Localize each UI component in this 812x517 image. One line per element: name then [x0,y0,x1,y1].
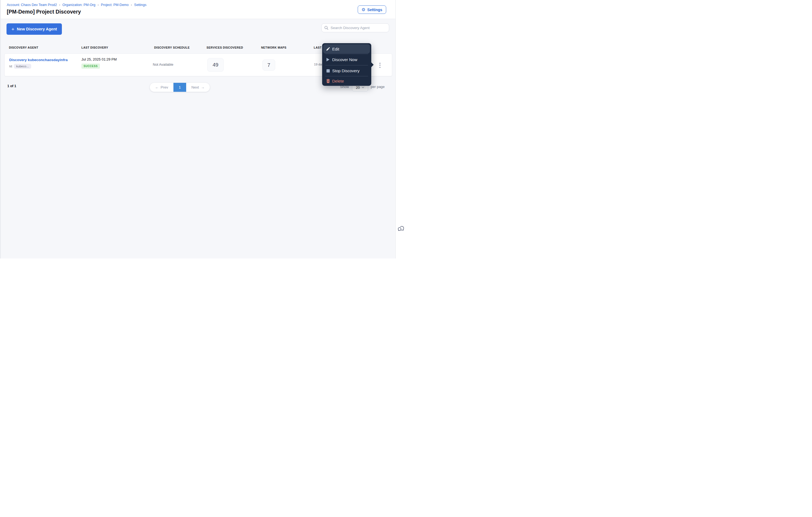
trash-icon [326,79,330,83]
agent-name-link[interactable]: Discovery kubeconchaosdayinfra [9,58,67,62]
right-edge-strip [396,0,406,258]
pager: ← Prev 1 Next → [150,83,210,92]
agent-id-line: Id: kubeco... [9,64,31,69]
network-maps-count[interactable]: 7 [262,59,275,71]
page-size-value: 20 [356,85,359,90]
top-bar: Account: Chaos Dev Team Prod2 › Organiza… [0,0,396,19]
chevron-down-icon [362,87,364,88]
breadcrumb: Account: Chaos Dev Team Prod2 › Organiza… [7,3,146,7]
menu-item-delete[interactable]: Delete [322,76,371,86]
column-header-last: LAST [314,46,322,49]
plus-icon: + [11,27,14,32]
settings-button-label: Settings [367,8,382,12]
menu-item-discover-now-label: Discover Now [332,57,357,62]
prev-arrow-icon: ← [155,85,159,89]
page-summary: 1 of 1 [7,84,16,88]
services-discovered-count[interactable]: 49 [207,58,224,72]
search-input[interactable] [330,26,386,30]
new-discovery-agent-button[interactable]: + New Discovery Agent [6,23,62,35]
project-discovery-screen: Account: Chaos Dev Team Prod2 › Organiza… [0,0,406,258]
row-context-menu: Edit Discover Now Stop Discovery [322,43,371,86]
breadcrumb-organization[interactable]: Organization: PM-Org [62,3,95,7]
search-icon [324,26,328,30]
breadcrumb-separator: › [59,3,60,7]
column-header-network-maps: NETWORK MAPS [261,46,287,49]
breadcrumb-account[interactable]: Account: Chaos Dev Team Prod2 [7,3,57,7]
breadcrumb-separator: › [98,3,99,7]
column-header-discovery-schedule: DISCOVERY SCHEDULE [154,46,190,49]
search-box [321,23,389,32]
menu-item-stop-discovery[interactable]: Stop Discovery [322,65,371,76]
menu-item-delete-label: Delete [332,79,344,83]
menu-item-edit-label: Edit [332,47,339,51]
new-discovery-agent-label: New Discovery Agent [17,27,57,31]
column-header-discovery-agent: DISCOVERY AGENT [9,46,38,49]
breadcrumb-separator: › [131,3,132,7]
stop-icon [326,69,330,73]
menu-item-discover-now[interactable]: Discover Now [322,54,371,65]
discovery-schedule-value: Not Available [153,62,173,66]
status-badge: SUCCESS [81,63,100,69]
agent-id-label: Id: [9,65,13,68]
per-page-label: per page [371,85,384,89]
next-page-button[interactable]: Next → [186,83,210,92]
gear-icon: ⚙ [361,8,365,12]
play-icon [326,58,330,62]
content-area: + New Discovery Agent DISCOVERY AGENT LA… [0,19,396,258]
prev-page-button[interactable]: ← Prev [150,83,173,92]
breadcrumb-settings[interactable]: Settings [134,3,146,7]
settings-button[interactable]: ⚙ Settings [358,5,386,14]
left-edge-sliver [0,0,1,258]
chat-support-icon[interactable] [398,225,405,233]
prev-label: Prev [161,85,168,89]
breadcrumb-project[interactable]: Project: PM-Demo [101,3,128,7]
next-label: Next [191,85,199,89]
menu-item-edit[interactable]: Edit [323,44,370,54]
column-header-services-discovered: SERVICES DISCOVERED [206,46,243,49]
agent-id-value: kubeco... [14,64,31,69]
menu-item-stop-discovery-label: Stop Discovery [332,69,359,73]
page-title: [PM-Demo] Project Discovery [7,9,81,15]
current-page-button[interactable]: 1 [173,83,186,92]
next-arrow-icon: → [201,85,205,89]
pencil-icon [326,47,330,51]
row-kebab-menu-icon[interactable] [378,61,382,70]
last-discovery-date: Jul 25, 2025 01:29 PM [81,57,117,61]
column-header-last-discovery: LAST DISCOVERY [81,46,108,49]
